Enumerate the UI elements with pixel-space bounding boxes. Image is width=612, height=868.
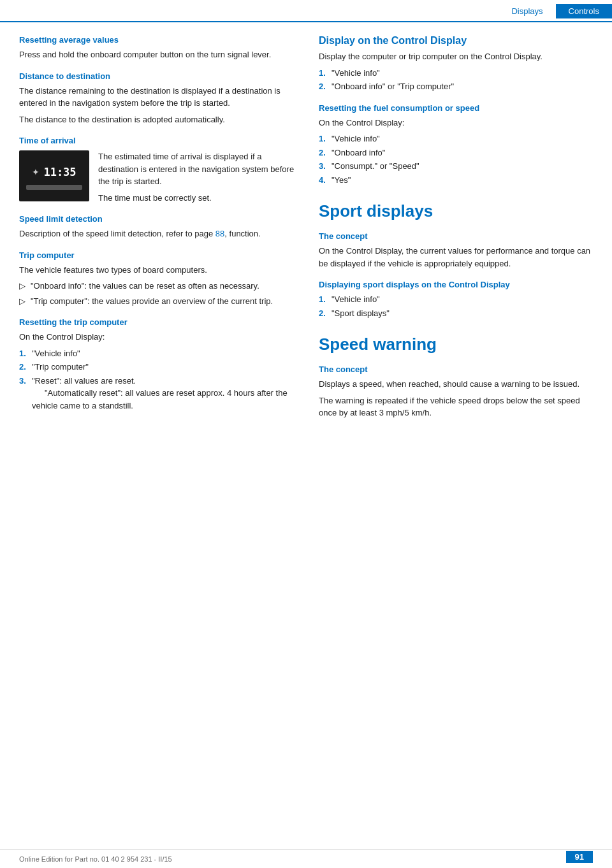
sd-item-1: 1. "Vehicle info"	[319, 293, 593, 306]
arrival-description: The estimated time of arrival is display…	[98, 150, 300, 204]
body-speed-limit-after: , function.	[224, 229, 260, 238]
display-ctrl-item-2: 2. "Onboard info" or "Trip computer"	[319, 80, 593, 93]
tab-displays[interactable]: Displays	[499, 4, 555, 18]
rf-item-2: 2. "Onboard info"	[319, 147, 593, 159]
list-num-3: 3.	[19, 375, 28, 412]
bullet-arrow-icon: ▷	[19, 280, 26, 293]
rf-text-4: "Yes"	[332, 174, 351, 187]
display-ctrl-item-1: 1. "Vehicle info"	[319, 67, 593, 80]
main-content: Resetting average values Press and hold …	[0, 22, 612, 442]
body-display-ctrl: Display the computer or trip computer on…	[319, 50, 593, 63]
rf-num-1: 1.	[319, 133, 328, 145]
body-distance2: The distance to the destination is adopt…	[19, 113, 300, 126]
list-text-3: "Reset": all values are reset. "Automati…	[32, 375, 300, 412]
sd-text-2: "Sport displays"	[332, 307, 390, 320]
dc-text-1: "Vehicle info"	[332, 67, 380, 80]
rf-item-4: 4. "Yes"	[319, 174, 593, 187]
dc-num-2: 2.	[319, 80, 328, 93]
section-heading-reset-fuel: Resetting the fuel consumption or speed	[319, 103, 593, 113]
list-item-reset-trip-3: 3. "Reset": all values are reset. "Autom…	[19, 375, 300, 412]
section-heading-speed-limit: Speed limit detection	[19, 214, 300, 224]
right-column: Display on the Control Display Display t…	[319, 35, 593, 423]
arrival-time: 11:35	[43, 166, 76, 178]
section-heading-arrival: Time of arrival	[19, 136, 300, 145]
arrival-bar	[26, 185, 82, 190]
body-speed-limit: Description of the speed limit detection…	[19, 228, 300, 240]
display-ctrl-list: 1. "Vehicle info" 2. "Onboard info" or "…	[319, 67, 593, 93]
body-speed-limit-text: Description of the speed limit detection…	[19, 229, 215, 238]
page-header: Displays Controls	[0, 0, 612, 22]
bullet-item-2: ▷ "Trip computer": the values provide an…	[19, 295, 300, 308]
rf-item-1: 1. "Vehicle info"	[319, 133, 593, 145]
body-sw-concept2: The warning is repeated if the vehicle s…	[319, 394, 593, 419]
major-heading-sport: Sport displays	[319, 201, 593, 221]
footer-text: Online Edition for Part no. 01 40 2 954 …	[19, 855, 172, 863]
sd-num-1: 1.	[319, 293, 328, 306]
rf-num-3: 3.	[319, 160, 328, 173]
reset-fuel-list: 1. "Vehicle info" 2. "Onboard info" 3. "…	[319, 133, 593, 186]
list-num-1: 1.	[19, 347, 28, 360]
list-text-1: "Vehicle info"	[32, 347, 80, 360]
section-heading-displaying-sport: Displaying sport displays on the Control…	[319, 280, 593, 289]
bullet-item-1: ▷ "Onboard info": the values can be rese…	[19, 280, 300, 293]
list-num-2: 2.	[19, 361, 28, 373]
bullet-text-2: "Trip computer": the values provide an o…	[31, 295, 273, 308]
sd-num-2: 2.	[319, 307, 328, 320]
body-reset-fuel: On the Control Display:	[319, 117, 593, 129]
list-text-3-sub: "Automatically reset": all values are re…	[32, 388, 288, 410]
section-heading-reset-avg: Resetting average values	[19, 35, 300, 45]
rf-num-2: 2.	[319, 147, 328, 159]
section-heading-sw-concept: The concept	[319, 365, 593, 374]
body-reset-avg: Press and hold the onboard computer butt…	[19, 48, 300, 61]
body-sport-concept: On the Control Display, the current valu…	[319, 245, 593, 270]
sd-item-2: 2. "Sport displays"	[319, 307, 593, 320]
rf-text-1: "Vehicle info"	[332, 133, 380, 145]
dc-num-1: 1.	[319, 67, 328, 80]
compass-icon: ✦	[32, 167, 40, 177]
reset-trip-list: 1. "Vehicle info" 2. "Trip computer" 3. …	[19, 347, 300, 412]
body-reset-trip: On the Control Display:	[19, 331, 300, 344]
section-heading-sport-concept: The concept	[319, 231, 593, 241]
list-text-2: "Trip computer"	[32, 361, 89, 373]
tab-controls[interactable]: Controls	[556, 4, 612, 18]
section-heading-display-ctrl: Display on the Control Display	[319, 35, 593, 47]
body-trip: The vehicle features two types of board …	[19, 264, 300, 277]
rf-num-4: 4.	[319, 174, 328, 187]
arrival-text1: The estimated time of arrival is display…	[98, 150, 300, 188]
body-distance1: The distance remaining to the destinatio…	[19, 85, 300, 110]
trip-bullets: ▷ "Onboard info": the values can be rese…	[19, 280, 300, 307]
sport-display-list: 1. "Vehicle info" 2. "Sport displays"	[319, 293, 593, 319]
list-item-reset-trip-1: 1. "Vehicle info"	[19, 347, 300, 360]
left-column: Resetting average values Press and hold …	[19, 35, 300, 423]
link-page-88[interactable]: 88	[215, 229, 224, 238]
arrival-text2: The time must be correctly set.	[98, 192, 300, 205]
section-heading-trip: Trip computer	[19, 250, 300, 260]
arrival-image: ✦ 11:35	[19, 150, 89, 201]
dc-text-2: "Onboard info" or "Trip computer"	[332, 80, 454, 93]
sd-text-1: "Vehicle info"	[332, 293, 380, 306]
body-sw-concept1: Displays a speed, when reached, should c…	[319, 378, 593, 391]
section-heading-distance: Distance to destination	[19, 71, 300, 81]
major-heading-speed-warning: Speed warning	[319, 335, 593, 354]
rf-item-3: 3. "Consumpt." or "Speed"	[319, 160, 593, 173]
rf-text-3: "Consumpt." or "Speed"	[332, 160, 419, 173]
page-number: 91	[566, 851, 593, 863]
arrival-block: ✦ 11:35 The estimated time of arrival is…	[19, 150, 300, 204]
list-item-reset-trip-2: 2. "Trip computer"	[19, 361, 300, 373]
arrival-image-top: ✦ 11:35	[19, 162, 89, 181]
bullet-arrow-icon-2: ▷	[19, 295, 26, 308]
bullet-text-1: "Onboard info": the values can be reset …	[31, 280, 259, 293]
header-tabs: Displays Controls	[499, 4, 612, 18]
rf-text-2: "Onboard info"	[332, 147, 385, 159]
section-heading-reset-trip: Resetting the trip computer	[19, 317, 300, 327]
page-footer: Online Edition for Part no. 01 40 2 954 …	[0, 850, 612, 868]
